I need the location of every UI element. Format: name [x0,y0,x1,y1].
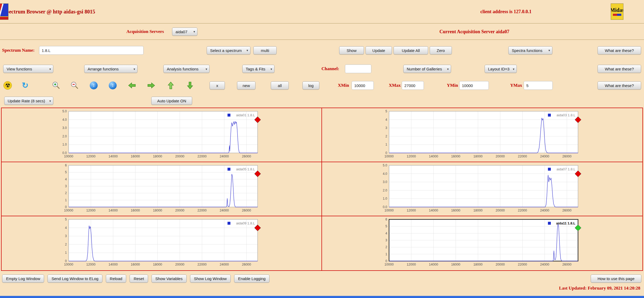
show-variables-button[interactable]: Show Variables [151,275,187,283]
pan-right-arrow-icon[interactable] [147,81,156,90]
tags-and-fits-select[interactable]: Tags & Fits ▾ [242,65,274,73]
chart-legend: aida05 1.8.L [236,167,255,171]
what-are-these-button-1[interactable]: What are these? [598,46,641,54]
spectrum-gallery-grid: 0.01.02.03.04.05.01000012000140001600018… [1,108,643,271]
blue-sphere-updown-icon-2[interactable]: ↕ [108,81,117,90]
svg-text:4: 4 [65,226,67,230]
ymin-label: YMin [447,83,458,88]
svg-text:24000: 24000 [220,263,229,266]
svg-text:5.0: 5.0 [62,110,67,113]
spectrum-name-input[interactable] [39,46,144,55]
spectrum-chart-aida01: 0.01.02.03.04.05.01000012000140001600018… [58,110,262,160]
acquisition-row: Acquisition Servers aida07 ▾ Current Acq… [0,23,644,40]
svg-text:22000: 22000 [197,155,207,158]
pan-down-arrow-icon[interactable] [186,81,195,90]
zoom-out-icon[interactable] [70,81,79,90]
refresh-icon[interactable]: ↻ [21,81,30,90]
svg-text:16000: 16000 [131,155,140,158]
select-a-spectrum-select[interactable]: Select a spectrum ▾ [207,46,250,54]
spectrum-panel-aida01[interactable]: 0.01.02.03.04.05.01000012000140001600018… [2,108,322,162]
update-rate-select[interactable]: Update Rate (8 secs) ▾ [4,97,53,105]
xmin-input[interactable] [352,81,374,90]
svg-text:26000: 26000 [562,209,571,212]
svg-text:1: 1 [385,143,387,146]
svg-text:24000: 24000 [540,155,549,158]
update-rate-label: Update Rate (8 secs) [8,99,45,103]
spectrum-chart-aida09: 0123451000012000140001600018000200002200… [58,218,262,268]
auto-update-button[interactable]: Auto Update ON [151,97,192,105]
svg-text:5: 5 [65,218,67,221]
svg-text:4: 4 [65,177,67,181]
what-are-these-button-3[interactable]: What are these? [598,81,641,90]
arrange-functions-select[interactable]: Arrange functions ▾ [84,65,138,73]
show-button[interactable]: Show [339,46,364,54]
svg-text:26000: 26000 [242,209,251,212]
ymin-input[interactable] [459,81,489,90]
svg-text:3.0: 3.0 [62,126,67,130]
channel-input[interactable] [345,65,371,73]
facility-logo-band [0,16,8,20]
layout-id-select[interactable]: Layout ID=3 ▾ [485,65,517,73]
svg-text:14000: 14000 [429,263,438,266]
analysis-functions-select[interactable]: Analysis functions ▾ [163,65,210,73]
x-button[interactable]: x [210,81,225,90]
pan-left-arrow-icon[interactable] [127,81,136,90]
chart-legend: aida09 1.8.L [236,221,255,225]
svg-text:3: 3 [65,234,67,238]
all-button[interactable]: all [271,81,289,90]
radiation-icon[interactable]: ☢ [3,81,12,90]
xmax-input[interactable] [402,81,424,90]
acquisition-server-select[interactable]: aida07 ▾ [172,27,197,36]
facility-logo[interactable] [0,3,8,20]
show-log-window-button[interactable]: Show Log Window [190,275,231,283]
spectrum-panel-aida09[interactable]: 0123451000012000140001600018000200002200… [2,216,322,270]
update-button[interactable]: Update [366,46,392,54]
send-log-to-elog-button[interactable]: Send Log Window to ELog [48,275,102,283]
svg-text:5: 5 [385,224,387,228]
svg-text:16000: 16000 [451,155,460,158]
spectrum-panel-aida07[interactable]: 0.01.02.03.04.05.01000012000140001600018… [322,162,642,216]
svg-text:3.0: 3.0 [383,180,387,184]
view-functions-select[interactable]: View functions ▾ [3,65,53,73]
svg-text:20000: 20000 [496,209,505,212]
ymax-input[interactable] [524,81,553,90]
chart-legend: aida01 1.8.L [236,113,255,117]
zero-button[interactable]: Zero [430,46,452,54]
reload-button[interactable]: Reload [106,275,126,283]
svg-text:5: 5 [385,110,387,113]
number-of-galleries-select[interactable]: Number of Galleries ▾ [403,65,451,73]
arrow-glyph [167,81,174,90]
pan-up-arrow-icon[interactable] [166,81,175,90]
chevron-down-icon: ▾ [513,67,514,71]
footer-buttons-group: Empty Log Window Send Log Window to ELog… [2,275,269,283]
spectrum-chart-wrap: 0123451000012000140001600018000200002200… [378,108,642,161]
log-button[interactable]: log [302,81,319,90]
what-are-these-button-2[interactable]: What are these? [598,65,641,73]
svg-text:1.0: 1.0 [383,197,387,200]
spectrum-panel-aida11[interactable]: 0123456100001200014000160001800020000220… [322,216,642,270]
arrow-glyph [147,82,155,89]
arrow-glyph [128,82,136,89]
chevron-down-icon: ▾ [548,49,550,52]
chevron-down-icon: ▾ [247,49,248,52]
svg-text:10000: 10000 [64,155,73,158]
spectrum-chart-wrap: 0.01.02.03.04.05.01000012000140001600018… [378,162,642,215]
enable-logging-button[interactable]: Enable Logging [234,275,269,283]
new-button[interactable]: new [237,81,255,90]
spectra-functions-select[interactable]: Spectra functions ▾ [508,46,552,54]
midas-logo[interactable]: Midas [611,3,623,20]
spectrum-panel-aida05[interactable]: 0123456100001200014000160001800020000220… [2,162,322,216]
spectrum-chart-aida03: 0123451000012000140001600018000200002200… [378,110,582,160]
spectrum-panel-aida03[interactable]: 0123451000012000140001600018000200002200… [322,108,642,162]
blue-sphere-updown-icon-1[interactable]: ↕ [89,81,98,90]
svg-text:10000: 10000 [64,263,73,266]
how-to-use-button[interactable]: How to use this page [591,275,641,283]
svg-text:16000: 16000 [131,263,140,266]
update-all-button[interactable]: Update All [394,46,428,54]
zoom-in-icon[interactable] [52,81,61,90]
multi-button[interactable]: multi [253,46,277,54]
empty-log-window-button[interactable]: Empty Log Window [2,275,44,283]
reset-button[interactable]: Reset [130,275,148,283]
view-functions-label: View functions [7,67,32,71]
status-row: Last Updated: February 09, 2021 14:20:28 [0,286,644,291]
